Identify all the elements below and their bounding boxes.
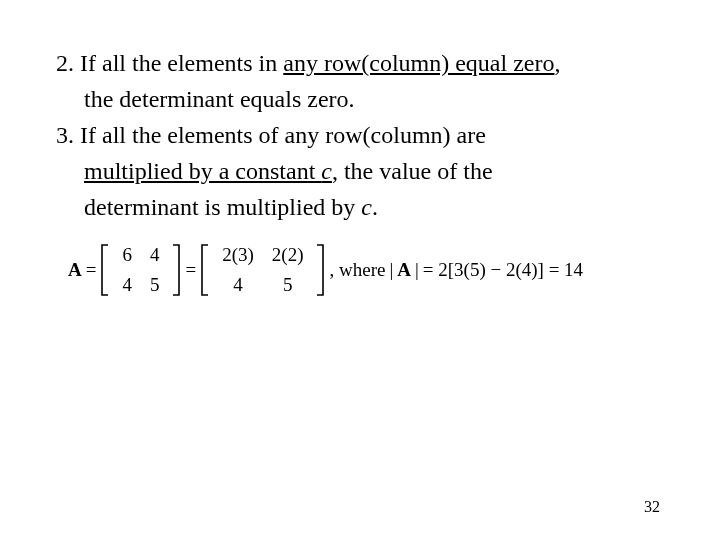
left-bracket-icon <box>200 244 210 296</box>
list-item-2: 2. If all the elements in any row(column… <box>56 48 664 78</box>
cell: 4 <box>222 274 254 296</box>
cell: 2(3) <box>222 244 254 266</box>
underlined-text: multiplied by a constant <box>84 158 321 184</box>
matrix-A-label: A <box>68 259 82 281</box>
matrix-1: 6 4 4 5 <box>114 240 167 300</box>
det-bar: | <box>389 259 393 281</box>
cell: 5 <box>150 274 160 296</box>
list-item-3-cont1: multiplied by a constant c, the value of… <box>56 156 664 186</box>
page-number: 32 <box>644 498 660 516</box>
equation: A = 6 4 4 5 = 2(3) 2(2) 4 5 , where | A … <box>68 240 664 300</box>
cell: 4 <box>122 274 132 296</box>
text: determinant is multiplied by <box>84 194 361 220</box>
text: , the value of the <box>332 158 493 184</box>
cell: 4 <box>150 244 160 266</box>
matrix-2: 2(3) 2(2) 4 5 <box>214 240 311 300</box>
text: If all the elements in <box>74 50 283 76</box>
rhs: = 2[3(5) − 2(4)] = 14 <box>423 259 583 281</box>
list-item-3: 3. If all the elements of any row(column… <box>56 120 664 150</box>
det-bar: | <box>415 259 419 281</box>
text: , <box>554 50 560 76</box>
italic-c: c <box>361 194 372 220</box>
underlined-text: any row(column) equal zero <box>283 50 554 76</box>
cell: 6 <box>122 244 132 266</box>
underlined-italic-c: c <box>321 158 332 184</box>
where-text: , where <box>329 259 385 281</box>
right-bracket-icon <box>171 244 181 296</box>
list-item-2-cont: the determinant equals zero. <box>56 84 664 114</box>
list-item-3-cont2: determinant is multiplied by c. <box>56 192 664 222</box>
left-bracket-icon <box>100 244 110 296</box>
cell: 2(2) <box>272 244 304 266</box>
equals: = <box>86 259 97 281</box>
text: If all the elements of any row(column) a… <box>74 122 486 148</box>
item-number: 3. <box>56 122 74 148</box>
text: . <box>372 194 378 220</box>
det-A: A <box>397 259 411 281</box>
slide: 2. If all the elements in any row(column… <box>0 0 720 540</box>
text: the determinant equals zero. <box>84 86 355 112</box>
right-bracket-icon <box>315 244 325 296</box>
cell: 5 <box>272 274 304 296</box>
item-number: 2. <box>56 50 74 76</box>
equals: = <box>185 259 196 281</box>
